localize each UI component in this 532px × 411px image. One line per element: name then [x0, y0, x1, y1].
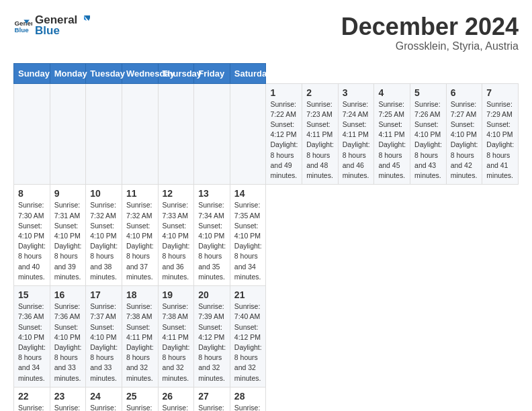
calendar-cell: 12Sunrise: 7:33 AM Sunset: 4:10 PM Dayli…	[158, 185, 194, 286]
day-info: Sunrise: 7:29 AM Sunset: 4:10 PM Dayligh…	[486, 99, 514, 181]
calendar-cell	[14, 83, 50, 185]
day-info: Sunrise: 7:38 AM Sunset: 4:11 PM Dayligh…	[163, 302, 190, 383]
day-info: Sunrise: 7:36 AM Sunset: 4:10 PM Dayligh…	[18, 302, 46, 383]
day-number: 16	[54, 289, 82, 300]
day-info: Sunrise: 7:35 AM Sunset: 4:10 PM Dayligh…	[234, 200, 262, 282]
calendar-cell: 20Sunrise: 7:39 AM Sunset: 4:12 PM Dayli…	[194, 286, 230, 387]
day-number: 23	[54, 391, 82, 402]
day-number: 13	[198, 188, 226, 199]
day-number: 12	[163, 188, 190, 199]
day-info: Sunrise: 7:32 AM Sunset: 4:10 PM Dayligh…	[126, 200, 154, 282]
calendar-cell: 13Sunrise: 7:34 AM Sunset: 4:10 PM Dayli…	[194, 185, 230, 286]
logo-bird-icon	[78, 14, 90, 26]
day-number: 2	[306, 87, 334, 98]
calendar-cell: 18Sunrise: 7:38 AM Sunset: 4:11 PM Dayli…	[122, 286, 158, 387]
calendar-cell: 4Sunrise: 7:25 AM Sunset: 4:11 PM Daylig…	[374, 83, 410, 185]
calendar-cell: 6Sunrise: 7:27 AM Sunset: 4:10 PM Daylig…	[446, 83, 482, 185]
day-info: Sunrise: 7:34 AM Sunset: 4:10 PM Dayligh…	[198, 200, 226, 282]
day-number: 28	[234, 391, 262, 402]
calendar-cell: 19Sunrise: 7:38 AM Sunset: 4:11 PM Dayli…	[158, 286, 194, 387]
day-info: Sunrise: 7:24 AM Sunset: 4:11 PM Dayligh…	[343, 99, 370, 181]
day-info: Sunrise: 7:23 AM Sunset: 4:11 PM Dayligh…	[306, 99, 334, 181]
day-number: 26	[163, 391, 190, 402]
calendar-cell	[86, 83, 122, 185]
day-number: 22	[18, 391, 46, 402]
day-info: Sunrise: 7:37 AM Sunset: 4:10 PM Dayligh…	[90, 302, 118, 383]
day-number: 25	[126, 391, 154, 402]
day-number: 14	[234, 188, 262, 199]
day-info: Sunrise: 7:26 AM Sunset: 4:10 PM Dayligh…	[414, 99, 442, 181]
calendar-cell: 25Sunrise: 7:41 AM Sunset: 4:14 PM Dayli…	[122, 387, 158, 411]
day-info: Sunrise: 7:31 AM Sunset: 4:10 PM Dayligh…	[54, 200, 82, 282]
day-info: Sunrise: 7:41 AM Sunset: 4:13 PM Dayligh…	[54, 403, 82, 411]
day-number: 20	[198, 289, 226, 300]
calendar-cell: 10Sunrise: 7:32 AM Sunset: 4:10 PM Dayli…	[86, 185, 122, 286]
calendar-header-row: SundayMondayTuesdayWednesdayThursdayFrid…	[14, 63, 519, 83]
day-number: 9	[54, 188, 82, 199]
day-info: Sunrise: 7:40 AM Sunset: 4:13 PM Dayligh…	[18, 403, 46, 411]
day-number: 21	[234, 289, 262, 300]
logo: General Blue General Blue	[13, 13, 91, 38]
day-number: 3	[343, 87, 370, 98]
day-info: Sunrise: 7:40 AM Sunset: 4:12 PM Dayligh…	[234, 302, 262, 383]
day-info: Sunrise: 7:27 AM Sunset: 4:10 PM Dayligh…	[451, 99, 478, 181]
day-info: Sunrise: 7:36 AM Sunset: 4:10 PM Dayligh…	[54, 302, 82, 383]
title-area: December 2024 Grossklein, Styria, Austri…	[341, 13, 519, 52]
calendar-week-2: 8Sunrise: 7:30 AM Sunset: 4:10 PM Daylig…	[14, 185, 519, 286]
calendar-cell: 16Sunrise: 7:36 AM Sunset: 4:10 PM Dayli…	[50, 286, 86, 387]
day-number: 10	[90, 188, 118, 199]
calendar-cell: 27Sunrise: 7:42 AM Sunset: 4:16 PM Dayli…	[194, 387, 230, 411]
day-header-saturday: Saturday	[230, 63, 266, 83]
calendar-cell	[50, 83, 86, 185]
day-number: 15	[18, 289, 46, 300]
calendar-cell: 15Sunrise: 7:36 AM Sunset: 4:10 PM Dayli…	[14, 286, 50, 387]
day-info: Sunrise: 7:30 AM Sunset: 4:10 PM Dayligh…	[18, 200, 46, 282]
day-header-sunday: Sunday	[14, 63, 50, 83]
calendar-cell: 7Sunrise: 7:29 AM Sunset: 4:10 PM Daylig…	[482, 83, 519, 185]
calendar-week-4: 22Sunrise: 7:40 AM Sunset: 4:13 PM Dayli…	[14, 387, 519, 411]
calendar-cell: 8Sunrise: 7:30 AM Sunset: 4:10 PM Daylig…	[14, 185, 50, 286]
calendar-cell: 14Sunrise: 7:35 AM Sunset: 4:10 PM Dayli…	[230, 185, 266, 286]
calendar-cell: 2Sunrise: 7:23 AM Sunset: 4:11 PM Daylig…	[302, 83, 339, 185]
day-info: Sunrise: 7:41 AM Sunset: 4:14 PM Dayligh…	[126, 403, 154, 411]
day-info: Sunrise: 7:42 AM Sunset: 4:16 PM Dayligh…	[198, 403, 226, 411]
calendar-cell: 24Sunrise: 7:41 AM Sunset: 4:14 PM Dayli…	[86, 387, 122, 411]
calendar-cell: 23Sunrise: 7:41 AM Sunset: 4:13 PM Dayli…	[50, 387, 86, 411]
day-number: 4	[378, 87, 406, 98]
calendar-cell: 21Sunrise: 7:40 AM Sunset: 4:12 PM Dayli…	[230, 286, 266, 387]
calendar-cell: 1Sunrise: 7:22 AM Sunset: 4:12 PM Daylig…	[266, 83, 302, 185]
day-info: Sunrise: 7:42 AM Sunset: 4:15 PM Dayligh…	[163, 403, 190, 411]
day-number: 5	[414, 87, 442, 98]
day-info: Sunrise: 7:32 AM Sunset: 4:10 PM Dayligh…	[90, 200, 118, 282]
day-number: 19	[163, 289, 190, 300]
calendar-cell: 11Sunrise: 7:32 AM Sunset: 4:10 PM Dayli…	[122, 185, 158, 286]
month-title: December 2024	[341, 13, 519, 40]
svg-text:Blue: Blue	[14, 26, 29, 34]
calendar-cell: 28Sunrise: 7:42 AM Sunset: 4:16 PM Dayli…	[230, 387, 266, 411]
day-info: Sunrise: 7:25 AM Sunset: 4:11 PM Dayligh…	[378, 99, 406, 181]
calendar-cell: 17Sunrise: 7:37 AM Sunset: 4:10 PM Dayli…	[86, 286, 122, 387]
calendar-cell	[158, 83, 194, 185]
day-number: 6	[451, 87, 478, 98]
calendar-cell	[230, 83, 266, 185]
calendar-cell: 5Sunrise: 7:26 AM Sunset: 4:10 PM Daylig…	[410, 83, 447, 185]
day-info: Sunrise: 7:41 AM Sunset: 4:14 PM Dayligh…	[90, 403, 118, 411]
page-header: General Blue General Blue December 2024 …	[13, 13, 519, 52]
calendar-table: SundayMondayTuesdayWednesdayThursdayFrid…	[13, 63, 519, 411]
day-info: Sunrise: 7:33 AM Sunset: 4:10 PM Dayligh…	[163, 200, 190, 282]
day-number: 7	[486, 87, 514, 98]
calendar-cell: 9Sunrise: 7:31 AM Sunset: 4:10 PM Daylig…	[50, 185, 86, 286]
day-header-friday: Friday	[194, 63, 230, 83]
calendar-cell: 22Sunrise: 7:40 AM Sunset: 4:13 PM Dayli…	[14, 387, 50, 411]
day-header-thursday: Thursday	[158, 63, 194, 83]
day-info: Sunrise: 7:38 AM Sunset: 4:11 PM Dayligh…	[126, 302, 154, 383]
day-info: Sunrise: 7:22 AM Sunset: 4:12 PM Dayligh…	[270, 99, 298, 181]
day-number: 18	[126, 289, 154, 300]
calendar-cell	[194, 83, 230, 185]
day-number: 11	[126, 188, 154, 199]
calendar-week-1: 1Sunrise: 7:22 AM Sunset: 4:12 PM Daylig…	[14, 83, 519, 185]
logo-icon: General Blue	[13, 16, 32, 35]
location-subtitle: Grossklein, Styria, Austria	[341, 40, 519, 52]
day-header-monday: Monday	[50, 63, 86, 83]
day-number: 1	[270, 87, 298, 98]
